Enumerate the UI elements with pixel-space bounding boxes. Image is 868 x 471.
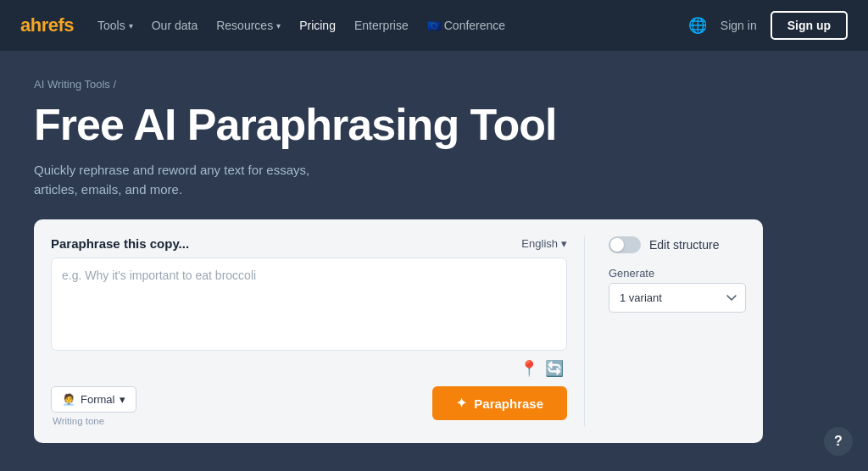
generate-section: Generate 1 variant 2 variants 3 variants <box>609 267 746 313</box>
signin-link[interactable]: Sign in <box>721 19 757 32</box>
tone-chevron-icon: ▾ <box>120 393 125 406</box>
toggle-knob <box>610 238 624 252</box>
globe-button[interactable]: 🌐 <box>688 16 707 35</box>
tool-card: Paraphrase this copy... English ▾ 📍 🔄 🧑‍… <box>34 219 763 443</box>
help-button[interactable]: ? <box>824 427 853 456</box>
globe-icon: 🌐 <box>688 16 707 35</box>
paraphrase-button[interactable]: ✦ Paraphrase <box>432 386 567 420</box>
paraphrase-input[interactable] <box>51 258 567 351</box>
input-label: Paraphrase this copy... <box>51 236 189 251</box>
grammar-check-icon[interactable]: 📍 <box>520 359 538 378</box>
lang-chevron-icon: ▾ <box>561 237 567 250</box>
page-subtitle: Quickly rephrase and reword any text for… <box>34 161 834 199</box>
navbar: ahrefs Tools ▾ Our data Resources ▾ Pric… <box>0 0 868 51</box>
generate-label: Generate <box>609 267 746 280</box>
tone-label-text: Formal <box>81 393 114 406</box>
nav-item-enterprise[interactable]: Enterprise <box>354 19 409 32</box>
breadcrumb: AI Writing Tools / <box>34 78 834 91</box>
variant-select[interactable]: 1 variant 2 variants 3 variants <box>609 283 746 313</box>
edit-structure-row: Edit structure <box>609 236 746 253</box>
paraphrase-refresh-icon[interactable]: 🔄 <box>545 359 564 378</box>
breadcrumb-separator: / <box>113 78 116 91</box>
logo[interactable]: ahrefs <box>20 14 74 36</box>
nav-item-pricing[interactable]: Pricing <box>299 19 336 32</box>
nav-item-tools[interactable]: Tools ▾ <box>97 19 133 32</box>
navbar-left: ahrefs Tools ▾ Our data Resources ▾ Pric… <box>20 14 505 36</box>
main-content: AI Writing Tools / Free AI Paraphrasing … <box>0 51 868 460</box>
navbar-right: 🌐 Sign in Sign up <box>688 11 848 40</box>
nav-item-resources[interactable]: Resources ▾ <box>216 19 281 32</box>
breadcrumb-link[interactable]: AI Writing Tools <box>34 78 110 91</box>
tool-card-right: Edit structure Generate 1 variant 2 vari… <box>602 236 746 426</box>
textarea-footer: 📍 🔄 <box>51 354 567 378</box>
signup-button[interactable]: Sign up <box>771 11 848 40</box>
nav-item-our-data[interactable]: Our data <box>152 19 198 32</box>
chevron-down-icon: ▾ <box>276 21 281 30</box>
nav-links: Tools ▾ Our data Resources ▾ Pricing Ent… <box>97 19 505 32</box>
tool-card-left: Paraphrase this copy... English ▾ 📍 🔄 🧑‍… <box>51 236 567 426</box>
paraphrase-star-icon: ✦ <box>456 396 467 411</box>
flag-icon: 🇪🇺 <box>427 19 441 32</box>
nav-item-conference[interactable]: 🇪🇺 Conference <box>427 19 505 32</box>
writing-tone-label: Writing tone <box>53 416 136 426</box>
chevron-down-icon: ▾ <box>129 21 133 30</box>
tone-area: 🧑‍💼 Formal ▾ Writing tone <box>51 386 136 426</box>
language-selector[interactable]: English ▾ <box>521 237 567 250</box>
paraphrase-btn-label: Paraphrase <box>474 396 543 411</box>
logo-text: hrefs <box>31 14 74 36</box>
input-header: Paraphrase this copy... English ▾ <box>51 236 567 251</box>
tone-emoji-icon: 🧑‍💼 <box>62 393 75 406</box>
language-text: English <box>521 237 558 250</box>
right-panel: Edit structure Generate 1 variant 2 vari… <box>609 236 746 313</box>
toggle-label: Edit structure <box>649 238 719 252</box>
page-title: Free AI Paraphrasing Tool <box>34 101 834 149</box>
tone-button[interactable]: 🧑‍💼 Formal ▾ <box>51 386 136 413</box>
bottom-controls: 🧑‍💼 Formal ▾ Writing tone ✦ Paraphrase <box>51 386 567 426</box>
edit-structure-toggle[interactable] <box>609 236 641 253</box>
vertical-divider <box>584 236 585 426</box>
logo-accent: a <box>20 14 31 36</box>
